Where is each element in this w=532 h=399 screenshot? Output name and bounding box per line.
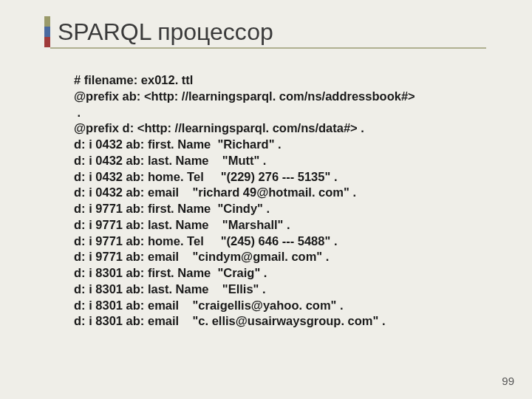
slide: SPARQL процессор # filename: ex012. ttl … <box>0 0 532 399</box>
page-number: 99 <box>502 375 514 387</box>
code-block: # filename: ex012. ttl @prefix ab: <http… <box>74 72 532 330</box>
slide-title: SPARQL процессор <box>52 18 273 46</box>
title-underline <box>50 47 486 49</box>
title-wrap: SPARQL процессор <box>44 16 532 47</box>
accent-bar <box>44 16 50 47</box>
